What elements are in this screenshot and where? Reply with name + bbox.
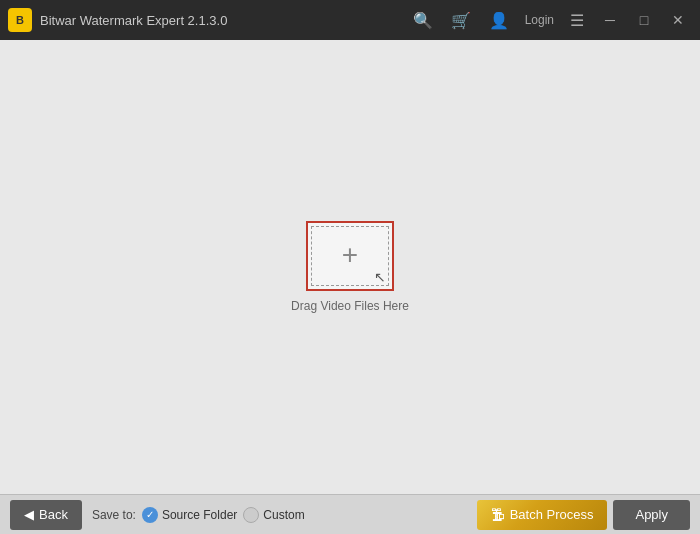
maximize-icon: □ bbox=[640, 12, 648, 28]
custom-radio-button bbox=[243, 507, 259, 523]
search-icon[interactable]: 🔍 bbox=[407, 9, 439, 32]
main-content: + ↖ Drag Video Files Here bbox=[0, 40, 700, 494]
save-to-label: Save to: bbox=[92, 508, 136, 522]
batch-process-label: Batch Process bbox=[510, 507, 594, 522]
cursor-icon: ↖ bbox=[374, 269, 386, 285]
zip-icon: 🗜 bbox=[491, 507, 505, 523]
source-folder-label: Source Folder bbox=[162, 508, 237, 522]
custom-radio[interactable]: Custom bbox=[243, 507, 304, 523]
back-label: Back bbox=[39, 507, 68, 522]
menu-icon[interactable]: ☰ bbox=[564, 9, 590, 32]
maximize-button[interactable]: □ bbox=[630, 6, 658, 34]
custom-label: Custom bbox=[263, 508, 304, 522]
apply-label: Apply bbox=[635, 507, 668, 522]
logo-text: B bbox=[16, 14, 24, 26]
drop-zone-wrapper: + ↖ Drag Video Files Here bbox=[291, 221, 409, 313]
source-folder-radio[interactable]: ✓ Source Folder bbox=[142, 507, 237, 523]
save-to-section: Save to: ✓ Source Folder Custom bbox=[92, 507, 467, 523]
app-title: Bitwar Watermark Expert 2.1.3.0 bbox=[40, 13, 407, 28]
login-button[interactable]: Login bbox=[521, 11, 558, 29]
cart-icon[interactable]: 🛒 bbox=[445, 9, 477, 32]
bottom-bar: ◀ Back Save to: ✓ Source Folder Custom 🗜… bbox=[0, 494, 700, 534]
drop-zone[interactable]: + ↖ bbox=[306, 221, 394, 291]
back-arrow-icon: ◀ bbox=[24, 507, 34, 522]
back-button[interactable]: ◀ Back bbox=[10, 500, 82, 530]
add-file-icon: + bbox=[342, 241, 358, 269]
close-icon: ✕ bbox=[672, 12, 684, 28]
user-icon[interactable]: 👤 bbox=[483, 9, 515, 32]
title-controls: 🔍 🛒 👤 Login ☰ ─ □ ✕ bbox=[407, 6, 692, 34]
minimize-button[interactable]: ─ bbox=[596, 6, 624, 34]
apply-button[interactable]: Apply bbox=[613, 500, 690, 530]
drag-label: Drag Video Files Here bbox=[291, 299, 409, 313]
batch-process-button[interactable]: 🗜 Batch Process bbox=[477, 500, 608, 530]
title-bar: B Bitwar Watermark Expert 2.1.3.0 🔍 🛒 👤 … bbox=[0, 0, 700, 40]
source-folder-check: ✓ bbox=[142, 507, 158, 523]
close-button[interactable]: ✕ bbox=[664, 6, 692, 34]
check-mark: ✓ bbox=[146, 509, 154, 520]
app-logo: B bbox=[8, 8, 32, 32]
minimize-icon: ─ bbox=[605, 12, 615, 28]
right-buttons: 🗜 Batch Process Apply bbox=[477, 500, 690, 530]
